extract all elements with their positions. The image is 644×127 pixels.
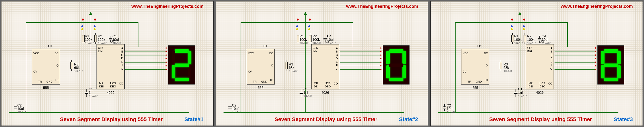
segment-g bbox=[389, 64, 404, 67]
schematic-title: Seven Segment Display using 555 Timer bbox=[60, 116, 162, 122]
segment-a bbox=[175, 49, 189, 53]
wire bbox=[240, 22, 241, 112]
pin-gnd: GND bbox=[261, 80, 267, 83]
pin-dc: DC bbox=[484, 52, 488, 55]
segment-f bbox=[172, 51, 175, 64]
resistor-r1[interactable] bbox=[297, 33, 300, 44]
probe-yellow bbox=[308, 28, 310, 30]
pin-inh: INH bbox=[527, 50, 532, 53]
c1-label: C11nf<TEXT> bbox=[304, 87, 312, 98]
wire bbox=[353, 22, 353, 47]
c4-label: C410uf<TEXT> bbox=[542, 34, 551, 45]
capacitor-c1[interactable] bbox=[299, 89, 304, 97]
chip-u1-555[interactable]: U1 555 VCC CV TR GND DC Q TH bbox=[461, 49, 489, 84]
segment-bus-wires bbox=[125, 48, 167, 75]
pin-ucs: UCS bbox=[110, 82, 116, 85]
pin-inh: INH bbox=[98, 50, 102, 53]
source-url: www.TheEngineeringProjects.com bbox=[561, 4, 633, 9]
resistor-r2[interactable] bbox=[94, 33, 97, 44]
chip-u2-4026[interactable]: U2 4026 CLK INH A B C D E F G DEI MR DEO… bbox=[526, 44, 554, 89]
pin-tr: TR bbox=[38, 80, 42, 83]
u2-part: 4026 bbox=[322, 91, 329, 94]
pin-vcc: VCC bbox=[34, 52, 39, 55]
segment-c bbox=[188, 65, 191, 78]
segment-b bbox=[617, 51, 620, 64]
segment-c bbox=[617, 65, 620, 78]
pin-mr: MR bbox=[528, 82, 532, 85]
chip-u2-4026[interactable]: U2 4026 CLK INH A B C D E F G DEI MR DEO… bbox=[311, 44, 339, 89]
u1-part: 555 bbox=[472, 86, 478, 90]
led-red bbox=[309, 19, 311, 21]
wire bbox=[455, 22, 456, 112]
probe-blue bbox=[82, 25, 83, 27]
segment-d bbox=[389, 78, 404, 81]
pin-deo: DEO bbox=[325, 85, 331, 88]
capacitor-c2[interactable] bbox=[13, 104, 18, 111]
wire bbox=[567, 22, 568, 47]
probe-yellow bbox=[511, 28, 512, 30]
c2-label: C210uf<TEXT> bbox=[232, 103, 241, 114]
r3-label: R368k<TEXT> bbox=[74, 63, 83, 73]
segment-g bbox=[175, 64, 189, 67]
seg-out-labels: A B C D E F G bbox=[550, 46, 552, 70]
seven-segment-display[interactable] bbox=[598, 45, 624, 84]
state-label: State#1 bbox=[184, 116, 203, 122]
resistor-r2[interactable] bbox=[523, 33, 526, 44]
pin-clk: CLK bbox=[527, 46, 532, 49]
chip-u1-555[interactable]: U1 555 VCC CV TR GND DC Q TH bbox=[247, 49, 275, 84]
pin-q: Q bbox=[271, 64, 273, 67]
wire bbox=[91, 15, 91, 112]
capacitor-c4[interactable] bbox=[538, 36, 542, 43]
u1-ref: U1 bbox=[48, 44, 53, 48]
segment-g bbox=[604, 64, 618, 67]
schematic-panel: www.TheEngineeringProjects.com U1 555 VC… bbox=[1, 1, 214, 126]
resistor-r3[interactable] bbox=[70, 60, 73, 71]
segment-a bbox=[389, 49, 404, 53]
pin-dei: DEI bbox=[528, 85, 533, 88]
segment-c bbox=[402, 65, 406, 78]
capacitor-c4[interactable] bbox=[108, 36, 112, 43]
u1-ref: U1 bbox=[263, 44, 268, 48]
pin-q: Q bbox=[56, 64, 58, 67]
u1-part: 555 bbox=[258, 86, 263, 90]
capacitor-c1[interactable] bbox=[514, 89, 518, 97]
pin-th: TH bbox=[55, 79, 58, 82]
c2-label: C210uf<TEXT> bbox=[446, 103, 456, 114]
seven-segment-display[interactable] bbox=[168, 45, 195, 84]
probe-blue bbox=[94, 25, 96, 27]
chip-u1-555[interactable]: U1 555 VCC CV TR GND DC Q TH bbox=[32, 49, 60, 84]
segment-e bbox=[601, 65, 604, 78]
pin-ucs: UCS bbox=[540, 82, 545, 85]
capacitor-c2[interactable] bbox=[442, 104, 447, 111]
pin-th: TH bbox=[484, 79, 488, 82]
resistor-r1[interactable] bbox=[511, 33, 514, 44]
capacitor-c2[interactable] bbox=[228, 104, 232, 111]
pin-ucs: UCS bbox=[325, 82, 330, 85]
pin-vcc: VCC bbox=[248, 52, 254, 55]
resistor-r3[interactable] bbox=[285, 60, 288, 71]
resistor-r3[interactable] bbox=[500, 60, 502, 71]
resistor-r1[interactable] bbox=[82, 33, 85, 44]
segment-b bbox=[188, 51, 191, 64]
pin-deo: DEO bbox=[110, 85, 116, 88]
seven-segment-display[interactable] bbox=[383, 45, 410, 84]
probe-blue bbox=[511, 25, 512, 27]
wire bbox=[438, 112, 618, 113]
segment-f bbox=[601, 51, 604, 64]
pin-deo: DEO bbox=[540, 85, 545, 88]
r3-label: R368k<TEXT> bbox=[289, 63, 298, 73]
chip-u2-4026[interactable]: U2 4026 CLK INH A B C D E F G DEI MR DEO… bbox=[96, 44, 124, 89]
segment-bus-wires bbox=[554, 48, 596, 75]
capacitor-c4[interactable] bbox=[323, 36, 327, 43]
power-arrow-icon bbox=[89, 12, 92, 15]
pin-dei: DEI bbox=[99, 85, 104, 88]
segment-e bbox=[386, 65, 390, 78]
segment-d bbox=[604, 78, 618, 81]
pin-gnd: GND bbox=[46, 80, 52, 83]
wire bbox=[520, 15, 520, 112]
segment-b bbox=[402, 51, 406, 64]
resistor-r2[interactable] bbox=[309, 33, 312, 44]
capacitor-c1[interactable] bbox=[84, 89, 89, 97]
pin-cv: CV bbox=[248, 70, 252, 73]
pin-clk: CLK bbox=[98, 46, 103, 49]
